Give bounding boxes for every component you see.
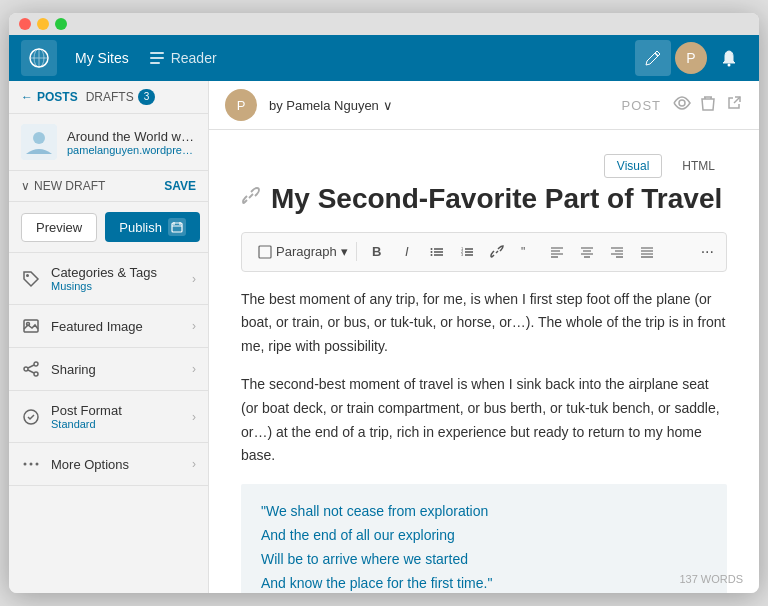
publish-button[interactable]: Publish xyxy=(105,212,200,242)
svg-line-19 xyxy=(28,370,34,373)
italic-button[interactable]: I xyxy=(393,239,421,265)
main-layout: ← POSTS DRAFTS 3 Around xyxy=(9,81,759,593)
justify-button[interactable] xyxy=(633,239,661,265)
new-draft-label[interactable]: ∨ NEW DRAFT xyxy=(21,179,105,193)
posts-drafts-bar: ← POSTS DRAFTS 3 xyxy=(9,81,208,114)
post-format-icon xyxy=(21,408,41,426)
bold-button[interactable]: B xyxy=(363,239,391,265)
author-avatar: P xyxy=(225,89,257,121)
drafts-count-badge: 3 xyxy=(138,89,156,105)
preview-button[interactable]: Preview xyxy=(21,213,97,242)
app-window: My Sites Reader P xyxy=(9,13,759,593)
svg-rect-4 xyxy=(150,62,160,64)
chevron-right-icon: › xyxy=(192,457,196,471)
blockquote: "We shall not cease from exploration And… xyxy=(241,484,727,593)
svg-point-7 xyxy=(33,132,45,144)
my-sites-link[interactable]: My Sites xyxy=(65,46,139,70)
svg-rect-2 xyxy=(150,52,164,54)
wordpress-logo xyxy=(21,40,57,76)
paragraph-1: The best moment of any trip, for me, is … xyxy=(241,288,727,359)
close-button[interactable] xyxy=(19,18,31,30)
post-title[interactable]: My Second-Favorite Part of Travel xyxy=(271,182,722,216)
external-link-icon[interactable] xyxy=(725,94,743,116)
chevron-right-icon: › xyxy=(192,362,196,376)
paragraph-2: The second-best moment of travel is when… xyxy=(241,373,727,468)
topnav-action-icons: P xyxy=(635,40,747,76)
svg-point-24 xyxy=(679,100,685,106)
save-link[interactable]: SAVE xyxy=(164,179,196,193)
svg-line-18 xyxy=(28,365,34,368)
svg-rect-3 xyxy=(150,57,164,59)
editor-content[interactable]: The best moment of any trip, for me, is … xyxy=(241,288,727,593)
site-info: Around the World with Pam pamelanguyen.w… xyxy=(67,129,196,156)
svg-point-33 xyxy=(430,248,432,250)
site-icon xyxy=(21,124,57,160)
sidebar-item-featured-image[interactable]: Featured Image › xyxy=(9,305,208,348)
sidebar-item-categories-tags[interactable]: Categories & Tags Musings › xyxy=(9,253,208,305)
editor-toolbar: Paragraph ▾ B I xyxy=(241,232,727,272)
sidebar-item-post-format[interactable]: Post Format Standard › xyxy=(9,391,208,443)
sidebar: ← POSTS DRAFTS 3 Around xyxy=(9,81,209,593)
svg-point-17 xyxy=(34,372,38,376)
svg-rect-29 xyxy=(259,246,271,258)
sidebar-item-sharing[interactable]: Sharing › xyxy=(9,348,208,391)
align-center-button[interactable] xyxy=(573,239,601,265)
site-url: pamelanguyen.wordpress.com xyxy=(67,144,196,156)
maximize-button[interactable] xyxy=(55,18,67,30)
svg-point-34 xyxy=(430,251,432,253)
featured-image-icon xyxy=(21,317,41,335)
drafts-tab[interactable]: DRAFTS 3 xyxy=(86,89,156,105)
word-count: 137 WORDS xyxy=(679,573,743,585)
paragraph-format-selector[interactable]: Paragraph ▾ xyxy=(250,242,357,261)
sharing-icon xyxy=(21,360,41,378)
link-button[interactable] xyxy=(483,239,511,265)
top-navigation: My Sites Reader P xyxy=(9,35,759,81)
svg-point-16 xyxy=(24,367,28,371)
chevron-right-icon: › xyxy=(192,272,196,286)
site-name: Around the World with Pam xyxy=(67,129,196,144)
svg-point-35 xyxy=(430,254,432,256)
posts-link[interactable]: ← POSTS xyxy=(21,90,78,104)
chevron-right-icon: › xyxy=(192,410,196,424)
link-icon xyxy=(241,186,261,211)
svg-point-14 xyxy=(27,323,30,326)
blockquote-button[interactable]: " xyxy=(513,239,541,265)
tag-icon xyxy=(21,270,41,288)
preview-icon[interactable] xyxy=(673,94,691,116)
dropdown-arrow-icon: ∨ xyxy=(383,98,393,113)
site-card[interactable]: Around the World with Pam pamelanguyen.w… xyxy=(9,114,208,171)
publish-calendar-icon xyxy=(168,218,186,236)
ordered-list-button[interactable]: 1 2 3 xyxy=(453,239,481,265)
content-area: P by Pamela Nguyen ∨ POST xyxy=(209,81,759,593)
notifications-icon-button[interactable] xyxy=(711,40,747,76)
titlebar xyxy=(9,13,759,35)
reader-link[interactable]: Reader xyxy=(139,46,227,70)
align-right-button[interactable] xyxy=(603,239,631,265)
svg-text:": " xyxy=(521,245,525,259)
author-name-dropdown[interactable]: by Pamela Nguyen ∨ xyxy=(269,98,393,113)
paragraph-dropdown-icon: ▾ xyxy=(341,244,348,259)
align-left-button[interactable] xyxy=(543,239,571,265)
topbar-action-icons xyxy=(673,94,743,116)
editor-area: Visual HTML My Second-Favorite Part of T… xyxy=(209,130,759,593)
svg-point-22 xyxy=(30,463,33,466)
svg-text:3: 3 xyxy=(461,252,464,257)
svg-point-5 xyxy=(728,64,731,67)
chevron-right-icon: › xyxy=(192,319,196,333)
sidebar-item-more-options[interactable]: More Options › xyxy=(9,443,208,486)
tab-html[interactable]: HTML xyxy=(670,155,727,177)
toolbar-more-button[interactable]: ··· xyxy=(697,243,718,261)
post-title-row: My Second-Favorite Part of Travel xyxy=(241,182,727,216)
trash-icon[interactable] xyxy=(699,94,717,116)
svg-line-28 xyxy=(734,97,740,103)
publish-actions: Preview Publish xyxy=(9,202,208,253)
content-topbar: P by Pamela Nguyen ∨ POST xyxy=(209,81,759,130)
minimize-button[interactable] xyxy=(37,18,49,30)
new-draft-bar: ∨ NEW DRAFT SAVE xyxy=(9,171,208,202)
svg-point-15 xyxy=(34,362,38,366)
tab-visual[interactable]: Visual xyxy=(604,154,662,178)
svg-point-21 xyxy=(24,463,27,466)
unordered-list-button[interactable] xyxy=(423,239,451,265)
user-avatar[interactable]: P xyxy=(675,42,707,74)
edit-icon-button[interactable] xyxy=(635,40,671,76)
